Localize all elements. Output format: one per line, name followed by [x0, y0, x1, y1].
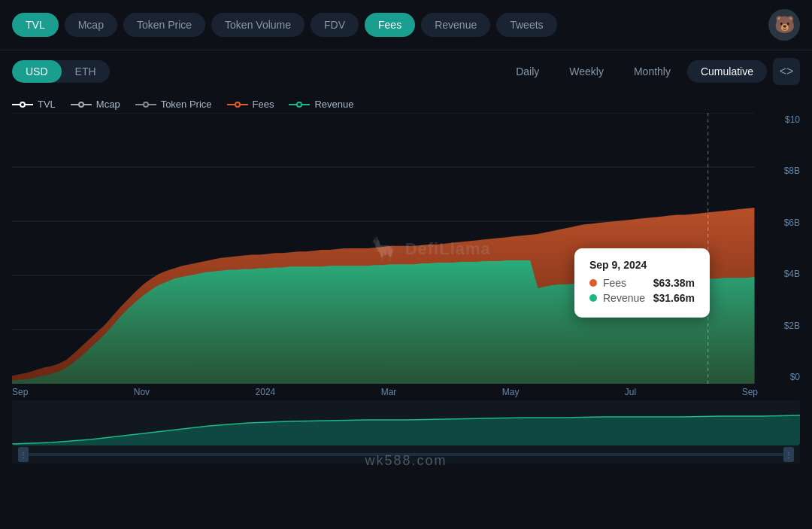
tab-revenue[interactable]: Revenue — [421, 13, 490, 37]
currency-eth[interactable]: ETH — [62, 60, 110, 83]
tooltip-fees-dot — [589, 279, 597, 287]
legend-tvl: TVL — [12, 99, 56, 110]
legend-revenue-label: Revenue — [314, 99, 353, 110]
currency-group: USD ETH — [12, 60, 110, 83]
watermark: 🦙 DefiLlama — [370, 236, 491, 262]
y-label-100: $10 — [770, 114, 800, 125]
scrubber-track — [29, 453, 783, 456]
tab-fdv[interactable]: FDV — [311, 13, 359, 37]
tooltip-revenue-label: Revenue — [603, 292, 647, 304]
chart-wrapper: $10 $8B $6B $4B $2B $0 🦙 DefiLlama Sep 9… — [0, 113, 812, 464]
scrubber-bar: ⋮ ⋮ — [12, 445, 800, 464]
tab-mcap[interactable]: Mcap — [65, 13, 117, 37]
legend: TVL Mcap Token Price Fees Revenue — [0, 93, 812, 113]
legend-fees-label: Fees — [253, 99, 274, 110]
metric-tabs: TVL Mcap Token Price Token Volume FDV Fe… — [12, 13, 762, 37]
y-label-0: $0 — [770, 372, 800, 382]
time-cumulative[interactable]: Cumulative — [687, 60, 767, 83]
mini-chart-svg — [12, 400, 800, 445]
chart-area: $10 $8B $6B $4B $2B $0 🦙 DefiLlama Sep 9… — [12, 113, 800, 384]
embed-button[interactable]: <> — [773, 58, 800, 85]
tab-tweets[interactable]: Tweets — [496, 13, 556, 37]
time-weekly[interactable]: Weekly — [556, 60, 617, 83]
x-axis: Sep Nov 2024 Mar May Jul Sep — [0, 384, 770, 397]
mini-chart[interactable] — [12, 400, 800, 445]
chart-container: $10 $8B $6B $4B $2B $0 🦙 DefiLlama Sep 9… — [0, 113, 812, 384]
tooltip-fees-value: $63.38m — [653, 277, 695, 289]
second-bar: USD ETH Daily Weekly Monthly Cumulative … — [0, 50, 812, 93]
x-label-nov: Nov — [134, 387, 150, 397]
tooltip-row-revenue: Revenue $31.66m — [589, 292, 695, 304]
time-daily[interactable]: Daily — [502, 60, 553, 83]
watermark-text: DefiLlama — [405, 239, 491, 258]
x-label-mar: Mar — [381, 387, 397, 397]
legend-token-price-label: Token Price — [161, 99, 212, 110]
x-label-2024: 2024 — [256, 387, 276, 397]
time-monthly[interactable]: Monthly — [620, 60, 684, 83]
legend-tvl-label: TVL — [38, 99, 56, 110]
y-label-80: $8B — [770, 166, 800, 176]
legend-mcap-label: Mcap — [96, 99, 120, 110]
top-bar: TVL Mcap Token Price Token Volume FDV Fe… — [0, 0, 812, 50]
tab-fees[interactable]: Fees — [365, 13, 415, 37]
x-label-jul: Jul — [625, 387, 636, 397]
scrubber-handle-left[interactable]: ⋮ — [18, 447, 29, 462]
tab-token-price[interactable]: Token Price — [123, 13, 205, 37]
tooltip-revenue-dot — [589, 294, 597, 302]
tooltip-date: Sep 9, 2024 — [589, 259, 695, 271]
y-label-40: $4B — [770, 269, 800, 279]
y-axis: $10 $8B $6B $4B $2B $0 — [770, 113, 800, 384]
scrubber-handle-right[interactable]: ⋮ — [783, 447, 794, 462]
time-group: Daily Weekly Monthly Cumulative — [502, 60, 767, 83]
y-label-20: $2B — [770, 321, 800, 331]
legend-fees: Fees — [227, 99, 274, 110]
currency-usd[interactable]: USD — [12, 60, 62, 83]
legend-revenue: Revenue — [289, 99, 353, 110]
tab-token-volume[interactable]: Token Volume — [211, 13, 304, 37]
x-label-sep2: Sep — [742, 387, 758, 397]
tab-tvl[interactable]: TVL — [12, 13, 59, 37]
tooltip-row-fees: Fees $63.38m — [589, 277, 695, 289]
tooltip-box: Sep 9, 2024 Fees $63.38m Revenue $31.66m — [574, 248, 710, 318]
x-label-sep1: Sep — [12, 387, 28, 397]
legend-mcap: Mcap — [71, 99, 120, 110]
avatar[interactable]: 🐻 — [768, 9, 800, 41]
y-label-60: $6B — [770, 217, 800, 228]
tooltip-revenue-value: $31.66m — [653, 292, 695, 304]
x-label-may: May — [502, 387, 520, 397]
legend-token-price: Token Price — [135, 99, 212, 110]
tooltip-fees-label: Fees — [603, 277, 647, 289]
